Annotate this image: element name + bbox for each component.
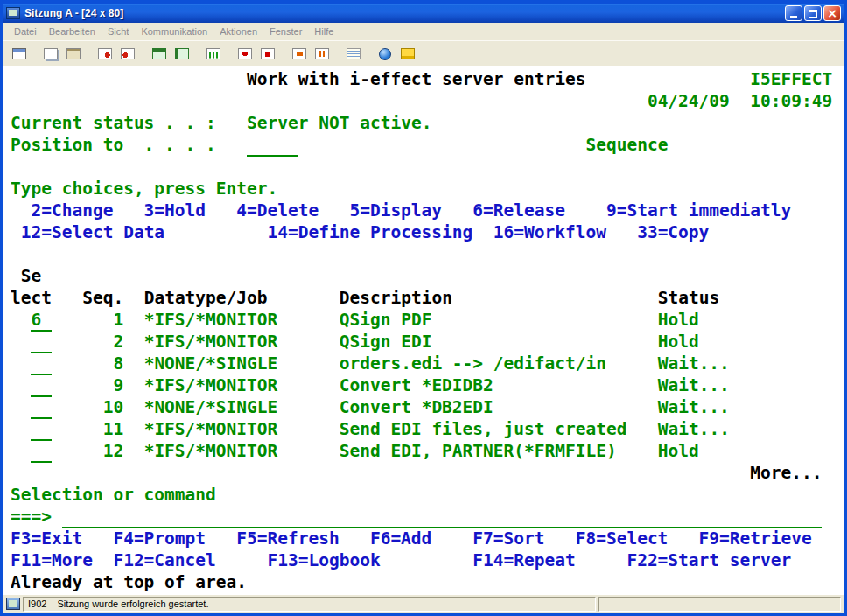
menu-sicht[interactable]: Sicht (102, 24, 135, 38)
menu-hilfe[interactable]: Hilfe (308, 24, 340, 38)
maximize-button[interactable] (804, 5, 822, 21)
menu-aktionen[interactable]: Aktionen (214, 24, 263, 38)
screen-text (123, 332, 144, 352)
graph-icon[interactable] (203, 44, 224, 65)
status-message: Sitzung wurde erfolgreich gestartet. (57, 598, 208, 609)
screen-text: 8 (103, 354, 123, 374)
command-input[interactable] (62, 507, 822, 528)
close-icon: × (827, 7, 837, 19)
menu-fenster[interactable]: Fenster (263, 24, 308, 38)
screen-text: Send EDI, PARTNER(*FRMFILE) (340, 441, 617, 461)
screen-text (606, 354, 658, 374)
screen-text: *IFS/*MONITOR (144, 419, 278, 439)
macro-record-icon[interactable] (234, 44, 256, 65)
macro-play-icon[interactable] (289, 44, 310, 65)
screen-text (277, 397, 339, 417)
select-input[interactable] (31, 332, 51, 354)
title-bar[interactable]: Sitzung A - [24 x 80] × (4, 4, 844, 23)
screen-text: Selection or command (10, 485, 216, 505)
menu-kommunikation[interactable]: Kommunikation (135, 24, 214, 38)
macro-pause-icon[interactable] (312, 44, 332, 65)
screen-text: 12=Select Data 14=Define Processing 16=W… (21, 222, 710, 242)
screen-text: Description (340, 288, 452, 308)
screen-text (10, 397, 31, 417)
terminal-line: ===> (10, 506, 844, 528)
menu-datei[interactable]: Datei (8, 24, 43, 38)
screen-text (52, 288, 82, 308)
status-bar: I902 Sitzung wurde erfolgreich gestartet… (4, 595, 844, 612)
minimize-icon (790, 16, 797, 18)
select-input[interactable]: 6 (31, 310, 51, 332)
screen-text (626, 419, 657, 439)
globe-icon[interactable] (374, 44, 396, 65)
screen-text: I5EFFECT (750, 69, 832, 89)
receive-file-icon[interactable] (117, 44, 138, 65)
status-message-field: I902 Sitzung wurde erfolgreich gestartet… (23, 597, 596, 612)
notepad-icon[interactable] (343, 44, 364, 65)
screen-text: F11=More F12=Cancel F13=Logbook F14=Repe… (10, 550, 791, 570)
screen-text: Position to . . . . (10, 135, 216, 155)
paste-icon[interactable] (63, 44, 84, 65)
select-input[interactable] (31, 419, 51, 441)
screen-text: Type choices, press Enter. (10, 178, 277, 199)
select-input[interactable] (31, 397, 51, 419)
terminal-line: 2=Change 3=Hold 4=Delete 5=Display 6=Rel… (10, 200, 844, 221)
screen-text (10, 157, 21, 177)
screen-text: Work with i-effect server entries (247, 69, 585, 89)
status-session-icon (6, 598, 20, 610)
select-input[interactable] (31, 354, 51, 375)
screen-text: 11 (103, 419, 123, 439)
screen-text: Wait... (658, 397, 730, 417)
window-title: Sitzung A - [24 x 80] (24, 7, 785, 19)
status-extra-field (598, 597, 841, 612)
screen-text (452, 288, 658, 308)
screen-text: *IFS/*MONITOR (144, 332, 278, 352)
close-button[interactable]: × (823, 5, 841, 21)
screen-text (10, 91, 648, 111)
terminal-screen[interactable]: Work with i-effect server entries I5EFFE… (4, 66, 844, 595)
select-input[interactable] (31, 375, 51, 397)
copy-icon[interactable] (40, 44, 61, 65)
terminal-line (10, 156, 844, 178)
terminal-line: 12 *IFS/*MONITOR Send EDI, PARTNER(*FRMF… (10, 440, 844, 462)
terminal-line: More... (10, 462, 844, 484)
select-input[interactable] (31, 441, 51, 463)
terminal-line: Selection or command (10, 484, 844, 506)
screen-text (52, 375, 103, 396)
terminal-line: 9 *IFS/*MONITOR Convert *EDIDB2 Wait... (10, 374, 844, 396)
screen-text: *IFS/*MONITOR (144, 441, 278, 461)
session-colors-icon[interactable] (172, 44, 192, 65)
screen-text (10, 375, 31, 396)
keyboard-map-icon[interactable] (397, 44, 418, 65)
screen-text: Wait... (658, 375, 730, 396)
screen-text: Se (21, 266, 41, 286)
screen-text (277, 310, 339, 330)
screen-text: F3=Exit F4=Prompt F5=Refresh F6=Add F7=S… (10, 528, 812, 549)
macro-stop-icon[interactable] (257, 44, 278, 65)
screen-text (277, 419, 339, 439)
screen-text: 10:09:49 (750, 91, 832, 111)
send-file-icon[interactable] (94, 44, 116, 65)
screen-text: *IFS/*MONITOR (144, 310, 278, 330)
screen-text (730, 91, 750, 111)
screen-text (277, 332, 339, 352)
screen-text (585, 69, 750, 89)
terminal-line: lect Seq. Datatype/Job Description Statu… (10, 287, 844, 309)
position-to-input[interactable] (247, 135, 298, 157)
screen-text: 12 (103, 441, 123, 461)
screen-text: Status (658, 288, 719, 308)
session-window-icon[interactable] (149, 44, 170, 65)
minimize-button[interactable] (785, 5, 802, 21)
terminal-line: Work with i-effect server entries I5EFFE… (10, 68, 844, 90)
screen-text: Wait... (658, 354, 730, 374)
screen-text (10, 441, 31, 461)
screen-text: lect (10, 288, 52, 308)
screen-text (10, 266, 21, 286)
screen-text: orders.edi --> /edifact/in (340, 354, 606, 374)
screen-text (494, 375, 658, 396)
screen-text (617, 441, 658, 461)
new-session-icon[interactable] (9, 44, 30, 65)
screen-text (298, 135, 586, 155)
terminal-line (10, 243, 844, 265)
menu-bearbeiten[interactable]: Bearbeiten (43, 24, 102, 38)
